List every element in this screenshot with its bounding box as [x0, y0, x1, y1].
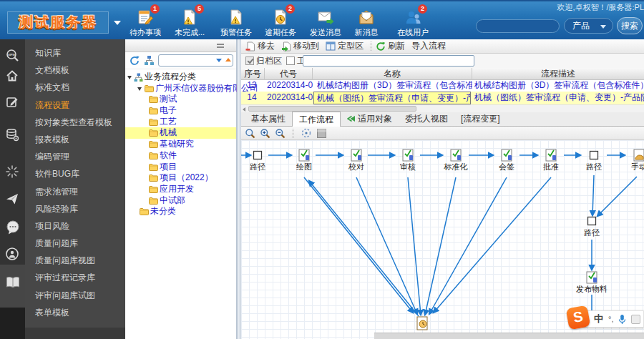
- flow-node-task[interactable]: 批准: [543, 149, 559, 171]
- flow-node-task[interactable]: 审核: [400, 149, 416, 171]
- table-row[interactable]: 1320220314-003机械结构图册（3D）签审流程（包含标准件）机械结构图…: [241, 80, 644, 92]
- sidebar-item[interactable]: 流程设置: [25, 97, 125, 114]
- column-header-name[interactable]: 名称: [313, 68, 472, 80]
- flow-node-manual[interactable]: 手动: [631, 149, 644, 171]
- sidebar-item[interactable]: 文档模板: [25, 62, 125, 79]
- chat-icon[interactable]: [5, 220, 21, 234]
- tab-适用对象[interactable]: 适用对象: [341, 112, 399, 126]
- flow-node-task[interactable]: 会签: [499, 149, 514, 171]
- topbar-action[interactable]: 发送消息: [304, 8, 347, 38]
- toolbar-button[interactable]: 移动到: [281, 40, 319, 52]
- expand-arrow-icon[interactable]: [127, 76, 132, 79]
- flow-node-timer[interactable]: [417, 317, 427, 330]
- collapse-panel-icon[interactable]: [217, 44, 224, 45]
- sidebar-item[interactable]: 评审过程记录库: [25, 269, 125, 286]
- select-area-icon[interactable]: [301, 127, 312, 139]
- sidebar-item[interactable]: 质量问题库视图: [25, 252, 125, 269]
- search-prev-icon[interactable]: [225, 58, 231, 62]
- home-icon[interactable]: [5, 69, 21, 83]
- column-header-seq[interactable]: 序号: [241, 68, 265, 80]
- sidebar-item[interactable]: 风险经验库: [25, 200, 125, 217]
- flow-node-task[interactable]: 绘图: [296, 149, 312, 171]
- sidebar-item[interactable]: 标准文档: [25, 79, 125, 96]
- zoom-reset-icon[interactable]: [245, 128, 255, 139]
- sidebar-item[interactable]: 编码管理: [25, 148, 125, 165]
- search-button[interactable]: 搜索: [617, 17, 643, 34]
- table-row[interactable]: 1420220314-004机械（图纸）签审流程（申请、变更）-产品阶段机械（图…: [241, 92, 644, 104]
- sidebar-item[interactable]: 报表模板: [25, 131, 125, 148]
- tree-item[interactable]: 应用开发: [125, 184, 236, 195]
- sidebar-item[interactable]: 项目风险: [25, 217, 125, 235]
- sidebar-item[interactable]: 质量问题库: [25, 235, 125, 252]
- sidebar-item[interactable]: 按对象类型查看模板: [25, 114, 125, 131]
- tree-item[interactable]: 工艺: [125, 117, 236, 128]
- support-icon[interactable]: [5, 247, 21, 261]
- tree-item[interactable]: 业务流程分类: [125, 72, 236, 83]
- tree-item[interactable]: 广州禾信仪器股份有限公司: [125, 83, 236, 94]
- flow-node-task[interactable]: 标准化: [444, 149, 468, 171]
- toolbar-button[interactable]: 定型区: [326, 40, 364, 52]
- work-checkbox[interactable]: [286, 56, 295, 65]
- tree-item[interactable]: 测试: [125, 94, 236, 105]
- toolbar-button[interactable]: 导入流程: [411, 40, 446, 52]
- column-header-desc[interactable]: 流程描述: [472, 68, 644, 80]
- send-icon[interactable]: [5, 192, 21, 206]
- search-next-icon[interactable]: [216, 59, 222, 62]
- topbar-action[interactable]: 2逾期任务: [259, 8, 302, 38]
- sipm-search-icon[interactable]: SIPM: [5, 49, 21, 63]
- sidebar-item[interactable]: 需求池管理: [25, 183, 125, 200]
- archive-checkbox[interactable]: [245, 56, 254, 65]
- tree-search-input[interactable]: [158, 54, 233, 67]
- topbar-action[interactable]: 1待办事项: [124, 8, 167, 38]
- tree-item[interactable]: 软件: [125, 150, 236, 162]
- microphone-icon[interactable]: [618, 314, 626, 325]
- row-name-cell[interactable]: 机械结构图册（3D）签审流程（包含标准件）: [313, 80, 472, 92]
- topbar-action[interactable]: 新消息: [345, 8, 388, 38]
- tree-item[interactable]: 项目（2022）: [125, 172, 236, 184]
- ime-toolbox-icon[interactable]: [631, 315, 640, 324]
- tree-item[interactable]: 机械: [125, 127, 236, 139]
- sidebar-item[interactable]: 表单模板: [25, 304, 125, 321]
- tab-基本属性[interactable]: 基本属性: [245, 112, 292, 126]
- tree-item[interactable]: 未分类: [125, 206, 236, 217]
- flow-node-task[interactable]: 发布物料: [576, 272, 608, 293]
- workflow-canvas[interactable]: 路径绘图校对审核标准化会签批准路径手动路径发布物料 S 中 °,: [241, 140, 644, 339]
- row-name-cell[interactable]: 机械（图纸）签审流程（申请、变更）-产品阶段: [313, 92, 471, 104]
- sogou-logo[interactable]: S: [566, 305, 591, 330]
- topbar-action[interactable]: 5未完成...: [168, 8, 211, 38]
- server-switcher[interactable]: 测试服务器: [7, 11, 109, 34]
- tree-item[interactable]: 中试部: [125, 195, 236, 207]
- edit-icon[interactable]: [5, 95, 21, 109]
- toolbar-button[interactable]: 移去: [245, 40, 275, 52]
- tree-item[interactable]: 基础研究: [125, 139, 236, 150]
- tree-item[interactable]: 电子: [125, 105, 236, 117]
- flow-node-route[interactable]: 路径: [250, 152, 265, 172]
- flow-node-route[interactable]: 路径: [584, 217, 600, 237]
- snapshot-icon[interactable]: [316, 128, 327, 139]
- sidebar-item[interactable]: 知识库: [25, 44, 125, 62]
- topbar-action[interactable]: 预警任务: [215, 8, 258, 38]
- expand-arrow-icon[interactable]: [137, 87, 142, 91]
- tab-流程变更[interactable]: [流程变更]: [454, 112, 507, 126]
- search-category-select[interactable]: 产品: [564, 18, 613, 34]
- tab-委托人视图[interactable]: 委托人视图: [399, 112, 454, 126]
- global-search-input[interactable]: [476, 19, 560, 33]
- tab-工作流程[interactable]: 工作流程: [292, 112, 341, 127]
- table-filter-input[interactable]: [303, 55, 474, 67]
- flow-node-task[interactable]: 校对: [348, 149, 364, 171]
- chevron-down-icon[interactable]: [114, 21, 121, 25]
- tree-view-icon[interactable]: [144, 55, 155, 68]
- refresh-tree-icon[interactable]: [129, 55, 140, 69]
- tree-item[interactable]: 项目: [125, 162, 236, 173]
- scrollbar-thumb[interactable]: [248, 106, 416, 112]
- book-icon[interactable]: [5, 275, 21, 290]
- toolbar-button[interactable]: 刷新: [376, 40, 405, 52]
- sidebar-item[interactable]: 评审问题库试图: [25, 287, 125, 304]
- zoom-out-icon[interactable]: [275, 128, 286, 139]
- ime-mode-toggle[interactable]: 中: [594, 313, 603, 325]
- column-header-code[interactable]: 代号: [265, 68, 313, 80]
- database-icon[interactable]: [5, 127, 21, 142]
- ime-punct-toggle[interactable]: °,: [608, 315, 613, 323]
- topbar-action[interactable]: 2在线用户: [391, 8, 434, 38]
- zoom-in-icon[interactable]: [260, 128, 270, 139]
